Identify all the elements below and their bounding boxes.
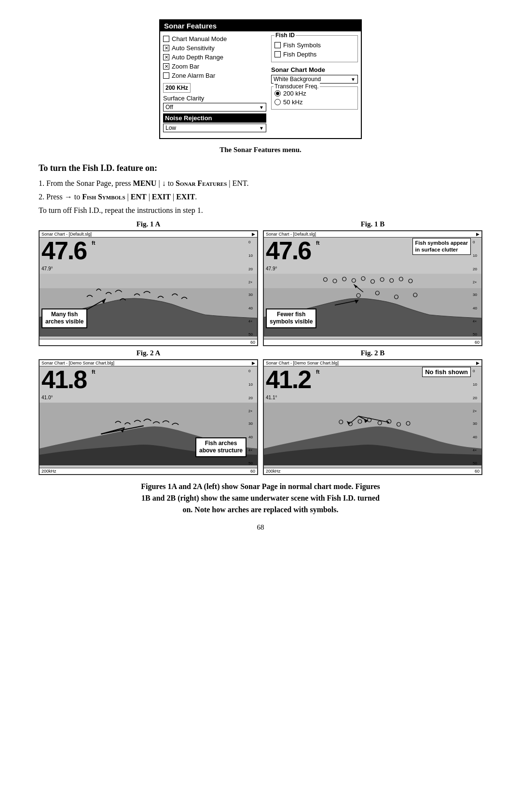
zone-alarm-bar-label: Zone Alarm Bar — [172, 72, 215, 79]
fig1b-label: Fig. 1 B — [361, 220, 385, 228]
sonar-chart-mode-label: Sonar Chart Mode — [271, 66, 358, 73]
fish-id-label: Fish ID — [274, 32, 296, 39]
sonar-1b-depth-sub: 47.9° — [266, 266, 277, 271]
transducer-freq-group: Transducer Freq. 200 kHz 50 kHz — [271, 86, 358, 110]
sonar-1a-scale: 0 10 20 2× 30 40 4× 50 — [248, 240, 256, 336]
noise-rejection-select[interactable]: Low ▼ — [163, 124, 266, 132]
zone-alarm-bar-item[interactable]: Zone Alarm Bar — [163, 72, 266, 79]
sonar-1a-bottom: 60 — [40, 339, 257, 345]
200khz-section: 200 KHz — [163, 83, 191, 93]
fig2b-col: Fig. 2 B Sonar Chart - [Demo Sonar Chart… — [263, 349, 482, 475]
auto-depth-range-checkbox[interactable] — [163, 54, 169, 60]
menu-right-column: Fish ID Fish Symbols Fish Depths Sonar C… — [271, 35, 358, 134]
main-text: To turn the Fish I.D. feature on: 1. Fro… — [39, 162, 482, 216]
sonar-1b-unit: ft — [316, 240, 319, 246]
sonar-1b-scale: 0 10 20 2× 30 40 4× 50 — [473, 240, 480, 336]
fish-depths-item[interactable]: Fish Depths — [274, 51, 355, 58]
chart-manual-mode-label: Chart Manual Mode — [172, 35, 227, 42]
fish-depths-checkbox[interactable] — [274, 51, 281, 57]
sonar-2a-depth: 41.8 — [41, 367, 86, 392]
noise-rejection-arrow: ▼ — [259, 126, 264, 131]
freq-50-item[interactable]: 50 kHz — [274, 98, 355, 106]
auto-sensitivity-label: Auto Sensitivity — [172, 44, 215, 52]
noise-rejection-label: Noise Rejection — [163, 113, 266, 123]
step1-text: 1. From the Sonar Page, press MENU | ↓ t… — [39, 178, 482, 189]
zoom-bar-item[interactable]: Zoom Bar — [163, 63, 266, 70]
bottom-caption: Figures 1A and 2A (left) show Sonar Page… — [39, 481, 482, 516]
sonar-2b-scale: 0 10 20 2× 30 40 4× 50 — [473, 369, 480, 465]
fish-id-group: Fish ID Fish Symbols Fish Depths — [271, 35, 358, 62]
sonar-1a-depth-sub: 47.9° — [41, 266, 53, 271]
sonar-screen-2b: Sonar Chart - [Demo Sonar Chart.blg] ▶ 4… — [263, 359, 482, 475]
surface-clarity-label: Surface Clarity — [163, 95, 266, 102]
auto-sensitivity-checkbox[interactable] — [163, 45, 169, 51]
fish-depths-label: Fish Depths — [283, 51, 316, 58]
page-number: 68 — [39, 523, 482, 532]
freq-50-radio[interactable] — [274, 99, 281, 105]
heading: To turn the Fish I.D. feature on: — [39, 162, 482, 175]
auto-sensitivity-item[interactable]: Auto Sensitivity — [163, 44, 266, 52]
white-bg-arrow: ▼ — [351, 77, 356, 82]
zone-alarm-bar-checkbox[interactable] — [163, 72, 169, 79]
fig2b-label: Fig. 2 B — [361, 349, 385, 357]
sonar-2a-depth-sub: 41.0° — [41, 395, 53, 400]
chart-manual-mode-item[interactable]: Chart Manual Mode — [163, 35, 266, 42]
zoom-bar-label: Zoom Bar — [172, 63, 199, 70]
auto-depth-range-label: Auto Depth Range — [172, 54, 223, 61]
sonar-screen-2a: Sonar Chart - [Demo Sonar Chart.blg] ▶ 4… — [39, 359, 258, 475]
sonar-2b-terrain — [264, 403, 481, 465]
sonar-2b-unit: ft — [316, 369, 319, 375]
zoom-bar-checkbox[interactable] — [163, 63, 169, 70]
sonar-1b-annotation2: Fewer fishsymbols visible — [266, 308, 316, 328]
freq-200-item[interactable]: 200 kHz — [274, 90, 355, 97]
fig2a-col: Fig. 2 A Sonar Chart - [Demo Sonar Chart… — [39, 349, 258, 475]
step2-text: 2. Press → to Fish Symbols | ENT | EXIT … — [39, 191, 482, 203]
freq-50-label: 50 kHz — [283, 98, 302, 106]
sonar-2a-annotation: Fish archesabove structure — [195, 437, 247, 457]
auto-depth-range-item[interactable]: Auto Depth Range — [163, 54, 266, 61]
fig1a-col: Fig. 1 A Sonar Chart - [Default.slg] ▶ 4… — [39, 220, 258, 346]
fig1b-col: Fig. 1 B Sonar Chart - [Default.slg] ▶ 4… — [263, 220, 482, 346]
freq-200-radio[interactable] — [274, 90, 281, 97]
sonar-2a-unit: ft — [92, 369, 95, 375]
fig1a-label: Fig. 1 A — [137, 220, 161, 228]
sonar-2b-depth: 41.2 — [266, 367, 311, 392]
menu-title: Sonar Features — [160, 20, 361, 31]
figures-row1: Fig. 1 A Sonar Chart - [Default.slg] ▶ 4… — [39, 220, 482, 475]
menu-caption: The Sonar Features menu. — [39, 146, 482, 154]
sonar-2a-scale: 0 10 20 2× 30 40 4× 50 — [248, 369, 256, 465]
sonar-1b-bottom: 60 — [264, 339, 481, 345]
sonar-screen-1b: Sonar Chart - [Default.slg] ▶ 47.6 47.9°… — [263, 230, 482, 346]
svg-rect-5 — [264, 274, 481, 288]
sonar-1a-depth: 47.6 — [41, 238, 86, 263]
fish-symbols-item[interactable]: Fish Symbols — [274, 42, 355, 49]
chart-manual-mode-checkbox[interactable] — [163, 36, 169, 42]
sonar-2b-depth-sub: 41.1° — [266, 395, 277, 400]
sonar-2b-annotation: No fish shown — [422, 367, 471, 377]
sonar-2a-bottom: 200kHz 60 — [40, 468, 257, 474]
surface-clarity-arrow: ▼ — [259, 105, 264, 110]
svg-rect-1 — [40, 274, 257, 288]
sonar-1a-unit: ft — [92, 240, 95, 246]
sonar-screen-1a: Sonar Chart - [Default.slg] ▶ 47.6 47.9°… — [39, 230, 258, 346]
fish-symbols-label: Fish Symbols — [283, 42, 321, 49]
sonar-1a-annotation: Many fisharches visible — [41, 308, 87, 328]
white-background-select[interactable]: White Background ▼ — [271, 75, 358, 84]
sonar-2b-bottom: 200kHz 60 — [264, 468, 481, 474]
transducer-freq-label: Transducer Freq. — [274, 83, 320, 90]
sonar-features-menu: Sonar Features Chart Manual Mode Auto Se… — [39, 19, 482, 139]
surface-clarity-select[interactable]: Off ▼ — [163, 103, 266, 112]
sonar-1b-annotation1: Fish symbols appearin surface clutter — [412, 238, 471, 255]
fig2a-label: Fig. 2 A — [137, 349, 161, 357]
fish-symbols-checkbox[interactable] — [274, 42, 281, 48]
freq-200-label: 200 kHz — [283, 90, 306, 97]
sonar-1b-depth: 47.6 — [266, 238, 311, 263]
menu-left-column: Chart Manual Mode Auto Sensitivity Auto … — [163, 35, 266, 134]
step3-text: To turn off Fish I.D., repeat the instru… — [39, 205, 482, 216]
